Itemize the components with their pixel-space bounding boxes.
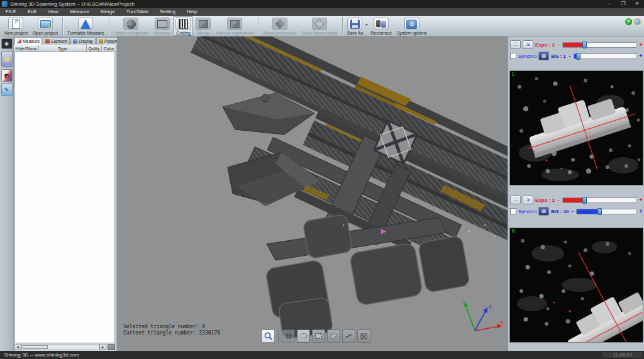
triangle-count-readout: Selected triangle number: 0 Current tria… — [123, 324, 220, 336]
col-qulity[interactable]: Qulity — [87, 45, 102, 52]
grating-button[interactable]: Grating — [173, 16, 193, 36]
camera1-bg-slider[interactable] — [574, 53, 637, 59]
reconnect-button[interactable]: Reconnect — [368, 16, 394, 36]
merge-icon — [199, 20, 208, 28]
measure-button[interactable]: Measure — [151, 16, 173, 36]
workspace: ❖ ▤ ◩ ✎ Measure Element Display Paramete… — [0, 36, 644, 351]
status-bar: Shining 3D -- www.shining3d.com 11:06:07 — [0, 351, 644, 359]
camera2-expo-row: ⛶ ⇲ Expo : 2 - + — [510, 195, 643, 205]
camera2-tool-icon[interactable]: ⇲ — [523, 196, 533, 204]
display-color-icon[interactable]: ◩ — [1, 69, 13, 82]
toolbar-separator — [342, 17, 343, 35]
scroll-left-icon[interactable]: ◄ — [14, 344, 21, 350]
camera2-expo-minus[interactable]: - — [557, 197, 560, 203]
scrollbar-thumb[interactable] — [23, 345, 48, 349]
turntable-measure-button[interactable]: Turntable Measure — [65, 16, 107, 36]
horizontal-scrollbar: ◄ ► — [14, 343, 116, 351]
camera2-synchro-checkbox[interactable] — [510, 208, 516, 214]
toolbar-right-icons: ? — [625, 18, 641, 25]
col-hide-show[interactable]: Hide/Show — [14, 45, 39, 52]
menu-measure[interactable]: Measure — [64, 8, 95, 16]
system-options-button[interactable]: ⚙ System options — [394, 16, 430, 36]
manual-registration-button[interactable]: Manual registration — [213, 16, 256, 36]
status-text: Shining 3D -- www.shining3d.com — [4, 352, 79, 358]
scanner-icon[interactable]: ▤ — [1, 51, 13, 67]
camera2-bg-minus[interactable]: - — [570, 208, 574, 214]
tab-element[interactable]: Element — [43, 37, 70, 45]
layers-icon[interactable]: ❖ — [1, 38, 13, 49]
restore-button[interactable]: ❐ — [616, 0, 630, 8]
close-button[interactable]: ✕ — [630, 0, 644, 8]
camera2-bg-row: Synchro ▦ BG : 40 - + — [510, 206, 643, 216]
camera2-bg-plus[interactable]: + — [639, 208, 643, 214]
col-type[interactable]: Type — [39, 45, 87, 52]
panel-corner-button[interactable] — [108, 344, 115, 350]
camera2-corner-letter: R — [512, 229, 515, 235]
camera2-bg-slider[interactable] — [576, 209, 637, 214]
save-as-dropdown-arrow[interactable]: ▾ — [365, 22, 367, 26]
viewport-toolbar-separator — [278, 330, 279, 343]
camera1-fullview-icon[interactable]: ⛶ — [510, 40, 521, 49]
menu-turntable[interactable]: TurnTable — [121, 8, 154, 16]
open-project-button[interactable]: Open project — [30, 16, 60, 36]
camera1-expo-plus[interactable]: + — [639, 41, 643, 48]
camera1-tool-icon[interactable]: ⇲ — [523, 40, 533, 49]
freehand-select-icon[interactable] — [342, 329, 355, 343]
merge-button[interactable]: Merge — [193, 16, 213, 36]
cone-icon — [80, 19, 91, 29]
measure-list[interactable] — [14, 52, 115, 343]
camera1-expo-thumb[interactable] — [582, 41, 587, 48]
camera1-expo-minus[interactable]: - — [557, 41, 560, 48]
scroll-right-icon[interactable]: ► — [99, 344, 106, 350]
axis-triad: Y Z X — [460, 299, 505, 338]
show-frame-target-button[interactable]: Show frame target — [299, 16, 340, 36]
camera1-grid-icon[interactable]: ▦ — [538, 52, 549, 60]
menu-setting[interactable]: Setting — [154, 8, 181, 16]
camera2-fullview-icon[interactable]: ⛶ — [510, 196, 521, 204]
side-toolbar: ❖ ▤ ◩ ✎ — [0, 36, 14, 351]
camera2-preview: R — [509, 228, 643, 343]
camera2-expo-thumb[interactable] — [582, 197, 587, 204]
polygon-select-icon[interactable] — [327, 329, 340, 343]
new-project-button[interactable]: New project — [2, 16, 30, 36]
scrollbar-track[interactable] — [21, 344, 99, 350]
save-as-button[interactable]: Save As — [345, 16, 366, 36]
show-point-cloud-button[interactable]: Show point cloud — [260, 16, 299, 36]
menu-view[interactable]: View — [42, 8, 64, 16]
camera1-bg-plus[interactable]: + — [639, 53, 643, 59]
ellipse-select-icon[interactable] — [297, 329, 310, 343]
target-sphere-icon — [126, 19, 136, 29]
zoom-fit-icon[interactable] — [262, 329, 275, 343]
list-header: Hide/Show Type Qulity Color — [14, 45, 116, 52]
menu-file[interactable]: FILE — [0, 8, 22, 16]
tab-display[interactable]: Display — [70, 37, 96, 45]
minimize-button[interactable]: – — [602, 0, 616, 8]
camera2-expo-slider[interactable] — [562, 197, 637, 203]
camera1-bg-thumb[interactable] — [576, 53, 580, 60]
camera1-synchro-checkbox[interactable] — [510, 53, 516, 59]
grid-select-icon[interactable] — [282, 329, 295, 343]
viewport-3d[interactable]: Selected triangle number: 0 Current tria… — [117, 36, 508, 351]
camera1-bg-minus[interactable]: - — [568, 53, 572, 59]
col-color[interactable]: Color — [102, 45, 116, 52]
camera2-bg-thumb[interactable] — [597, 208, 602, 215]
element-tab-icon — [45, 39, 50, 43]
help-icon[interactable]: ? — [625, 18, 632, 25]
measure-pen-icon[interactable]: ✎ — [1, 84, 13, 96]
camera-panel: ⛶ ⇲ Expo : 2 - + Synchro ▦ BG : 1 - + L — [508, 36, 644, 351]
menu-edit[interactable]: Edit — [22, 8, 42, 16]
about-icon[interactable] — [634, 18, 641, 25]
tab-measure[interactable]: Measure — [14, 37, 42, 45]
camera2-grid-icon[interactable]: ▦ — [538, 207, 549, 216]
axis-z-label: Z — [489, 304, 492, 309]
rect-select-icon[interactable] — [312, 329, 325, 343]
menu-help[interactable]: Help — [181, 8, 203, 16]
title-bar: Shining 3D Scanning System -- D:\0.SCAN\… — [0, 0, 644, 8]
component-select-icon[interactable] — [357, 329, 370, 343]
menu-merge[interactable]: Merge — [95, 8, 121, 16]
camera1-expo-label: Expo : 2 — [535, 42, 555, 48]
target-recognition-button[interactable]: Target recognition — [111, 16, 152, 36]
gear-icon: ⚙ — [406, 19, 417, 29]
camera2-expo-plus[interactable]: + — [639, 197, 643, 203]
camera1-expo-slider[interactable] — [562, 42, 637, 48]
